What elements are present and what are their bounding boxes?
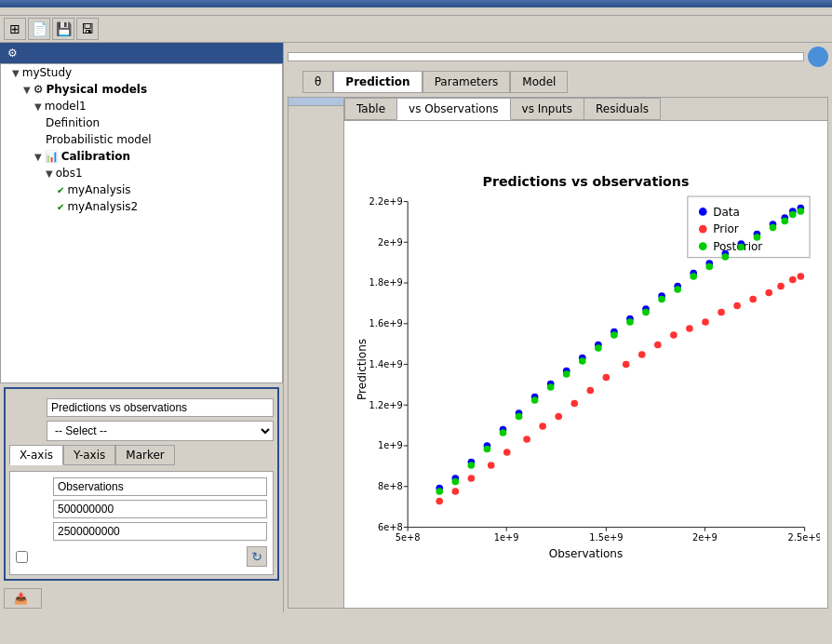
- title-input[interactable]: [47, 398, 274, 417]
- scatter-point: [531, 396, 539, 404]
- subtab-vs-inputs[interactable]: vs Inputs: [510, 98, 585, 120]
- tab-marker[interactable]: Marker: [115, 445, 174, 465]
- tree-item-1[interactable]: ▼ ⚙ Physical models: [1, 81, 282, 98]
- svg-text:Data: Data: [713, 206, 740, 219]
- tree-item-3[interactable]: Definition: [1, 114, 282, 131]
- axis-min-row: [16, 500, 267, 518]
- tree-item-8[interactable]: ✔myAnalysis2: [1, 198, 282, 215]
- open-button[interactable]: 📄: [28, 18, 50, 40]
- axis-max-input[interactable]: [53, 522, 267, 541]
- axis-max-row: [16, 522, 267, 541]
- log-scale-row: ↻: [16, 544, 267, 569]
- export-icon: 📤: [14, 592, 28, 605]
- svg-text:1.6e+9: 1.6e+9: [369, 318, 403, 329]
- scatter-point: [721, 253, 729, 261]
- data-row: -- Select --: [9, 421, 274, 441]
- sigma-column: [289, 98, 344, 608]
- tree-item-label: Calibration: [61, 150, 130, 163]
- output-label: [288, 71, 302, 93]
- refresh-button[interactable]: ↻: [247, 546, 267, 567]
- data-select[interactable]: -- Select --: [47, 421, 274, 441]
- tree-item-label: myAnalysis2: [67, 200, 138, 213]
- main-layout: ⚙ ▼myStudy▼ ⚙ Physical models▼model1Defi…: [0, 43, 832, 612]
- tree-panel[interactable]: ▼myStudy▼ ⚙ Physical models▼model1Defini…: [0, 63, 283, 383]
- menu-view[interactable]: [19, 9, 34, 13]
- subtab-residuals[interactable]: Residuals: [584, 98, 661, 120]
- scatter-point: [516, 413, 523, 421]
- save-button[interactable]: 🖫: [76, 18, 99, 40]
- tree-expand-icon: ▼: [12, 68, 20, 78]
- info-button[interactable]: [808, 47, 828, 67]
- tree-item-7[interactable]: ✔myAnalysis: [1, 181, 282, 198]
- tab-xaxis[interactable]: X-axis: [9, 445, 63, 465]
- title-bar: [0, 0, 832, 7]
- scatter-point: [789, 276, 797, 284]
- scatter-point: [705, 263, 713, 271]
- tab-prediction[interactable]: Prediction: [333, 71, 422, 93]
- tree-expand-icon: ▼: [46, 168, 53, 179]
- scatter-point: [781, 218, 788, 225]
- tab-yaxis[interactable]: Y-axis: [63, 445, 115, 465]
- scatter-chart: Predictions vs observations Data Prior P…: [352, 128, 820, 600]
- tree-item-0[interactable]: ▼myStudy: [1, 64, 282, 81]
- scatter-point: [579, 357, 586, 365]
- calibration-header: [288, 47, 828, 67]
- sigma-label[interactable]: [289, 98, 343, 106]
- tree-item-label: obs1: [56, 167, 83, 180]
- menu-file[interactable]: [4, 9, 19, 13]
- svg-text:8e+8: 8e+8: [378, 481, 403, 491]
- scatter-point: [603, 374, 611, 382]
- new-button[interactable]: ⊞: [4, 18, 26, 40]
- calibration-tree-icon: 📊: [45, 150, 59, 163]
- menu-help[interactable]: [34, 9, 48, 13]
- tree-expand-icon: ▼: [34, 101, 42, 112]
- scatter-point: [798, 208, 805, 215]
- svg-point-4: [699, 225, 707, 234]
- scatter-point: [539, 423, 546, 430]
- subtab-vs-observations[interactable]: vs Observations: [396, 98, 511, 120]
- tab-parameters[interactable]: Parameters: [423, 71, 511, 93]
- scatter-point: [611, 331, 618, 339]
- scatter-point: [451, 478, 459, 486]
- export-button[interactable]: 📤: [4, 588, 42, 609]
- scatter-point: [777, 283, 785, 290]
- svg-text:5e+8: 5e+8: [396, 532, 421, 543]
- tree-item-6[interactable]: ▼obs1: [1, 165, 282, 181]
- scatter-point: [503, 449, 511, 456]
- tree-item-2[interactable]: ▼model1: [1, 98, 282, 114]
- scatter-point: [638, 351, 646, 358]
- scatter-point: [468, 462, 476, 469]
- tree-item-4[interactable]: Probabilistic model: [1, 131, 282, 148]
- chart-area: Predictions vs observations Data Prior P…: [344, 121, 827, 608]
- scatter-point: [642, 309, 650, 316]
- scatter-point: [436, 488, 443, 495]
- subtab-table[interactable]: Table: [344, 98, 397, 120]
- tree-expand-icon: ✔: [57, 202, 64, 212]
- svg-text:1e+9: 1e+9: [378, 440, 403, 450]
- scatter-point: [468, 475, 476, 482]
- scatter-point: [595, 344, 602, 352]
- log-scale-checkbox[interactable]: [16, 551, 28, 563]
- scatter-point: [654, 342, 662, 349]
- tree-item-5[interactable]: ▼ 📊 Calibration: [1, 148, 282, 165]
- scatter-point: [451, 488, 459, 495]
- tree-item-label: myAnalysis: [67, 183, 130, 196]
- scatter-point: [623, 361, 630, 369]
- calibration-title: [288, 52, 804, 61]
- scatter-point: [686, 325, 693, 332]
- scatter-point: [555, 413, 562, 421]
- scatter-point: [626, 318, 634, 326]
- tab-theta[interactable]: θ: [302, 71, 333, 93]
- tab-model[interactable]: Model: [510, 71, 568, 93]
- scatter-point: [500, 429, 507, 436]
- axis-min-input[interactable]: [53, 500, 267, 518]
- studies-icon: ⚙: [7, 47, 18, 60]
- scatter-point: [765, 289, 772, 297]
- save-as-button[interactable]: 💾: [52, 18, 74, 40]
- axis-title-input[interactable]: [53, 477, 267, 496]
- svg-text:2e+9: 2e+9: [378, 237, 403, 248]
- svg-text:6e+8: 6e+8: [378, 522, 403, 532]
- scatter-point: [586, 387, 594, 395]
- svg-text:Predictions: Predictions: [356, 339, 369, 400]
- svg-text:1.8e+9: 1.8e+9: [369, 277, 403, 288]
